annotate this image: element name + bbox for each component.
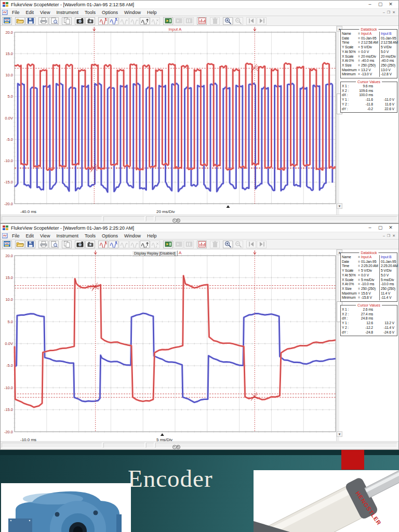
status-segment	[146, 216, 154, 221]
mdi-close-button[interactable]: ✕	[392, 234, 395, 238]
zoom-out-icon	[234, 241, 243, 248]
scroll-down-arrow[interactable]: ▼	[337, 431, 342, 437]
close-button[interactable]: ✕	[387, 2, 394, 7]
menu-item-window[interactable]: Window	[121, 10, 144, 15]
waveform-b-icon	[110, 17, 118, 24]
close-button[interactable]: ✕	[387, 225, 394, 231]
status-segment	[155, 216, 397, 221]
menu-item-edit[interactable]: Edit	[23, 10, 37, 15]
window-title: FlukeView ScopeMeter - [Waveform 01-Jan-…	[11, 2, 134, 7]
menu-item-options[interactable]: Options	[99, 233, 121, 238]
menu-item-file[interactable]: File	[9, 10, 23, 15]
svg-text:-20.0: -20.0	[4, 202, 13, 206]
spectrum-button[interactable]	[197, 17, 207, 25]
print-preview-button[interactable]	[49, 241, 59, 248]
waveform-chart-1[interactable]: 20.015.010.05.00.0V-5.0-10.0-15.0-20.0In…	[1, 26, 336, 209]
nav-first-button	[246, 17, 256, 25]
print-button[interactable]	[38, 241, 48, 248]
datablock-row: Y At 50%=0.0 V5.0 V	[342, 273, 396, 278]
spectrum-button[interactable]	[197, 241, 207, 248]
copy-button[interactable]	[62, 17, 72, 25]
menu-item-help[interactable]: Help	[144, 10, 160, 15]
menu-item-view[interactable]: View	[37, 10, 53, 15]
x-start-label: -40.0 ms	[20, 209, 36, 214]
camera-button[interactable]	[75, 17, 85, 25]
replay-button[interactable]	[163, 241, 173, 248]
waveform-d-icon	[130, 17, 139, 24]
menu-item-tools[interactable]: Tools	[82, 10, 99, 15]
camera-icon	[76, 241, 84, 248]
datablock-row: Maximum=15.6 V11.4 V	[342, 291, 396, 296]
zoom-out-button	[233, 241, 243, 248]
mdi-minimize-button[interactable]: –	[383, 234, 385, 238]
replay-button[interactable]	[163, 17, 173, 25]
menu-item-edit[interactable]: Edit	[23, 233, 37, 238]
maximize-button[interactable]: ▢	[377, 225, 384, 231]
slide-top-strip	[0, 450, 399, 455]
minimize-button[interactable]: –	[366, 225, 374, 231]
waveform-chart-2[interactable]: 20.015.010.05.00.0V-5.0-10.0-15.0-20.0In…	[1, 249, 336, 437]
scopemeter-button[interactable]	[2, 17, 12, 25]
minimize-button[interactable]: –	[366, 2, 374, 7]
waveform-up-button[interactable]	[140, 241, 150, 248]
open-button[interactable]	[15, 241, 25, 248]
cursor-value-row: X 1 :9.6 ms	[342, 84, 396, 89]
svg-text:-5.0: -5.0	[6, 137, 13, 142]
menu-item-help[interactable]: Help	[144, 233, 160, 238]
title-bar-2[interactable]: FlukeView ScopeMeter - [Waveform 01-Jan-…	[1, 224, 398, 232]
nav-last-button	[257, 17, 267, 25]
replay-2-button	[174, 241, 183, 248]
cursor-values-title: Cursor Values	[356, 303, 382, 307]
waveform-a-button[interactable]	[98, 17, 108, 25]
title-bar-1[interactable]: FlukeView ScopeMeter - [Waveform 01-Jan-…	[1, 1, 398, 8]
print-preview-button[interactable]	[49, 17, 59, 25]
menu-item-view[interactable]: View	[37, 233, 53, 238]
motor-photo	[1, 483, 131, 532]
camera-small-button[interactable]	[85, 17, 95, 25]
maximize-button[interactable]: ▢	[377, 2, 384, 7]
svg-text:-10.0: -10.0	[4, 385, 13, 390]
save-button[interactable]	[25, 17, 35, 25]
scopemeter-icon	[3, 17, 11, 24]
datablock-row: X Scale=20 ms/Div20 ms/Div	[342, 55, 396, 59]
cursor-value-row: dY :-24.8-24.6 V	[342, 330, 396, 335]
scroll-down-arrow[interactable]: ▼	[337, 203, 342, 209]
save-button[interactable]	[25, 241, 35, 248]
mdi-restore-button[interactable]: ❐	[387, 234, 390, 238]
scopemeter-button[interactable]	[2, 241, 12, 248]
display-replay-button[interactable]: Display Replay [Disabled]	[132, 250, 178, 256]
camera-button[interactable]	[75, 241, 85, 248]
menu-item-file[interactable]: File	[9, 233, 23, 238]
zoom-in-icon	[224, 241, 232, 248]
cursor-value-row: dX :24.8 ms	[342, 316, 396, 321]
menu-item-window[interactable]: Window	[121, 233, 144, 238]
datablock-row: Time=2:25:20 AM2:25:20 AM	[342, 264, 396, 269]
mdi-restore-button[interactable]: ❐	[387, 10, 390, 15]
open-button[interactable]	[15, 17, 25, 25]
datablock-title: Datablock	[359, 251, 378, 255]
zoom-out-button	[233, 17, 243, 25]
toolbar-1	[1, 16, 398, 26]
datablock-row: X At 0%=-40.0 ms-40.0 ms	[342, 59, 396, 63]
waveform-a-button[interactable]	[98, 241, 108, 248]
vertical-scrollbar[interactable]: ▲ ▼	[336, 26, 339, 216]
waveform-d-button	[129, 241, 139, 248]
waveform-b-button[interactable]	[109, 241, 118, 248]
menu-item-options[interactable]: Options	[99, 10, 121, 15]
copy-button[interactable]	[62, 241, 72, 248]
menu-item-tools[interactable]: Tools	[82, 233, 99, 238]
camera-small-button[interactable]	[85, 241, 95, 248]
menu-item-instrument[interactable]: Instrument	[53, 233, 82, 238]
datablock-row: Y Scale=5 V/Div5 V/Div	[342, 269, 396, 273]
slide-title: Encoder	[128, 464, 213, 493]
mdi-minimize-button[interactable]: –	[383, 10, 385, 15]
waveform-b-button[interactable]	[109, 17, 118, 25]
zoom-in-button[interactable]	[223, 241, 233, 248]
datablock-row: Name=Input AInput B	[342, 32, 396, 36]
waveform-up-button[interactable]	[140, 17, 150, 25]
vertical-scrollbar[interactable]: ▲ ▼	[336, 249, 339, 444]
mdi-close-button[interactable]: ✕	[392, 10, 395, 15]
print-button[interactable]	[38, 17, 48, 25]
menu-item-instrument[interactable]: Instrument	[53, 10, 82, 15]
zoom-in-button[interactable]	[223, 17, 233, 25]
